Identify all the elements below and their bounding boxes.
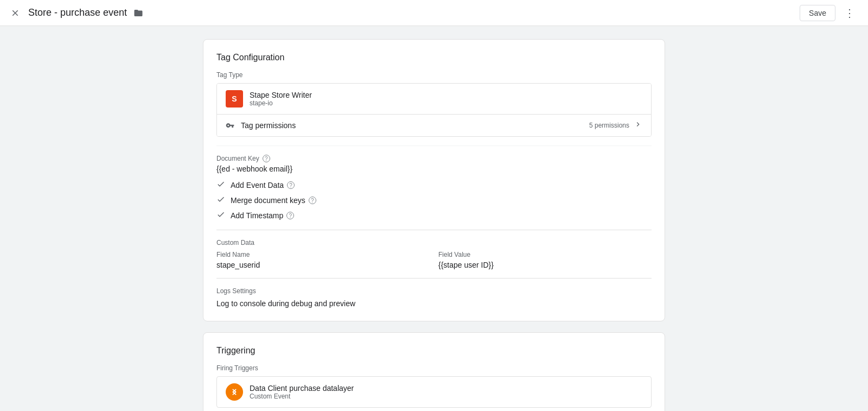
- close-icon[interactable]: [9, 7, 22, 20]
- field-value-group: Field Value {{stape user ID}}: [438, 251, 652, 269]
- key-icon: [226, 121, 234, 130]
- trigger-sub: Custom Event: [250, 393, 354, 400]
- merge-document-keys-label: Merge document keys: [231, 196, 305, 205]
- divider: [216, 230, 652, 230]
- triggering-title: Triggering: [216, 346, 652, 356]
- checkmark-icon: [216, 210, 225, 221]
- tag-config-title: Tag Configuration: [216, 53, 652, 62]
- logs-settings-value: Log to console during debug and preview: [216, 299, 652, 308]
- tag-type-label: Tag Type: [216, 71, 652, 79]
- field-name-group: Field Name stape_userid: [216, 251, 430, 269]
- save-button[interactable]: Save: [800, 5, 835, 21]
- permissions-row[interactable]: Tag permissions 5 permissions: [217, 114, 651, 136]
- doc-key-value: {{ed - webhook email}}: [216, 165, 652, 173]
- field-name-label: Field Name: [216, 251, 430, 258]
- trigger-icon: [226, 383, 243, 401]
- document-key-help-icon[interactable]: ?: [263, 155, 270, 162]
- custom-data-title: Custom Data: [216, 239, 652, 246]
- trigger-item[interactable]: Data Client purchase datalayer Custom Ev…: [216, 376, 652, 408]
- logs-settings-section: Logs Settings Log to console during debu…: [216, 278, 652, 308]
- checkbox-group: Add Event Data ? Merge document keys ?: [216, 180, 652, 221]
- chevron-right-icon: [634, 120, 642, 131]
- tag-type-info: Stape Store Writer stape-io: [250, 91, 312, 107]
- stape-icon: S: [226, 90, 243, 108]
- permissions-count: 5 permissions: [589, 122, 629, 129]
- add-event-data-label: Add Event Data: [231, 181, 284, 189]
- checkmark-icon: [216, 195, 225, 206]
- merge-document-keys-help-icon[interactable]: ?: [309, 197, 316, 204]
- header-left: Store - purchase event: [9, 7, 143, 20]
- main-content: Tag Configuration Tag Type S Stape Store…: [190, 26, 678, 411]
- custom-data-grid: Field Name stape_userid Field Value {{st…: [216, 251, 652, 269]
- field-value-value: {{stape user ID}}: [438, 261, 652, 269]
- page-title: Store - purchase event: [28, 7, 127, 18]
- document-key-section: Document Key ? {{ed - webhook email}} Ad…: [216, 146, 652, 221]
- logs-settings-title: Logs Settings: [216, 287, 652, 295]
- add-timestamp-label: Add Timestamp: [231, 211, 283, 220]
- firing-triggers-label: Firing Triggers: [216, 364, 652, 372]
- tag-type-item[interactable]: S Stape Store Writer stape-io: [217, 84, 651, 114]
- add-event-data-help-icon[interactable]: ?: [287, 181, 295, 189]
- more-menu-icon[interactable]: ⋮: [840, 3, 859, 23]
- add-timestamp-help-icon[interactable]: ?: [286, 212, 294, 219]
- trigger-name: Data Client purchase datalayer: [250, 384, 354, 393]
- triggering-card: Triggering Firing Triggers Data Client p…: [203, 332, 665, 411]
- custom-data-section: Custom Data Field Name stape_userid Fiel…: [216, 239, 652, 269]
- checkmark-icon: [216, 180, 225, 191]
- doc-key-label: Document Key ?: [216, 155, 652, 162]
- header: Store - purchase event Save ⋮: [0, 0, 868, 26]
- field-value-label: Field Value: [438, 251, 652, 258]
- folder-icon[interactable]: [133, 8, 143, 18]
- checkbox-add-event-data[interactable]: Add Event Data ?: [216, 180, 652, 191]
- field-name-value: stape_userid: [216, 261, 430, 269]
- checkbox-add-timestamp[interactable]: Add Timestamp ?: [216, 210, 652, 221]
- trigger-info: Data Client purchase datalayer Custom Ev…: [250, 384, 354, 400]
- tag-name: Stape Store Writer: [250, 91, 312, 99]
- permissions-label: Tag permissions: [241, 121, 589, 130]
- tag-configuration-card: Tag Configuration Tag Type S Stape Store…: [203, 39, 665, 321]
- tag-sub: stape-io: [250, 99, 312, 107]
- tag-type-row: S Stape Store Writer stape-io Tag permis…: [216, 83, 652, 137]
- header-right: Save ⋮: [800, 3, 859, 23]
- checkbox-merge-document-keys[interactable]: Merge document keys ?: [216, 195, 652, 206]
